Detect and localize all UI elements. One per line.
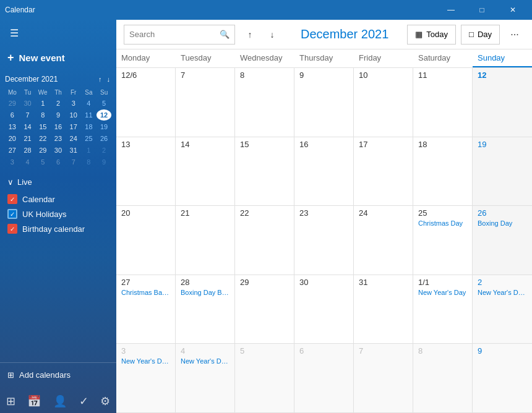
new-event-button[interactable]: + New event (0, 46, 116, 72)
mini-cal-day[interactable]: 4 (20, 156, 35, 168)
mini-cal-day[interactable]: 8 (35, 109, 50, 121)
view-button[interactable]: □ Day (461, 25, 500, 45)
search-input[interactable] (129, 30, 217, 39)
calendar-cell[interactable]: 3New Year's Day (Ob (116, 344, 176, 412)
mini-cal-prev[interactable]: ↑ (97, 74, 103, 84)
calendar-cell[interactable]: 9 (473, 344, 532, 412)
mini-cal-day[interactable]: 14 (20, 121, 35, 132)
event-chip[interactable]: New Year's Day (418, 288, 467, 297)
calendar-cell[interactable]: 12/6 (116, 68, 176, 137)
mini-cal-day[interactable]: 16 (51, 121, 66, 132)
mini-cal-day[interactable]: 9 (51, 109, 66, 121)
mini-cal-day[interactable]: 1 (82, 145, 97, 156)
mini-cal-day[interactable]: 29 (5, 98, 20, 109)
mini-cal-day[interactable]: 30 (51, 145, 66, 156)
event-chip[interactable]: New Year's Day (2n (478, 288, 527, 297)
mini-cal-day[interactable]: 28 (20, 145, 35, 156)
calendar-cell[interactable]: 21 (176, 206, 235, 275)
calendar-cell[interactable]: 2New Year's Day (2n (473, 275, 532, 344)
calendar-item[interactable]: ✓Calendar (7, 192, 109, 206)
calendar-cell[interactable]: 7 (354, 344, 413, 412)
calendar-cell[interactable]: 8 (413, 344, 473, 412)
prev-period-button[interactable]: ↑ (240, 25, 260, 45)
calendar-cell[interactable]: 31 (354, 275, 413, 344)
mini-cal-day[interactable]: 3 (5, 156, 20, 168)
mini-cal-day[interactable]: 25 (82, 133, 97, 144)
calendar-item[interactable]: ✓Birthday calendar (7, 221, 109, 236)
mini-cal-day[interactable]: 10 (66, 109, 81, 121)
mini-cal-day[interactable]: 7 (20, 109, 35, 121)
calendar-cell[interactable]: 18 (413, 137, 473, 206)
minimize-button[interactable]: — (437, 0, 465, 20)
calendar-cell[interactable]: 26Boxing Day (473, 206, 532, 275)
mini-cal-day[interactable]: 7 (66, 156, 81, 168)
mini-cal-day[interactable]: 11 (82, 109, 97, 121)
nav-tasks-icon[interactable]: ✓ (74, 392, 93, 411)
calendar-cell[interactable]: 15 (235, 137, 294, 206)
mini-cal-day[interactable]: 2 (97, 145, 111, 156)
calendar-cell[interactable]: 25Christmas Day (413, 206, 473, 275)
calendar-cell[interactable]: 27Christmas Bank Hol (116, 275, 176, 344)
nav-people-icon[interactable]: 👤 (48, 392, 72, 411)
mini-cal-day[interactable]: 3 (66, 98, 81, 109)
calendar-cell[interactable]: 23 (294, 206, 354, 275)
mini-cal-next[interactable]: ↓ (106, 74, 112, 84)
calendar-cell[interactable]: 5 (235, 344, 294, 412)
calendar-cell[interactable]: 11 (413, 68, 473, 137)
mini-cal-day[interactable]: 20 (5, 133, 20, 144)
more-options-button[interactable]: ··· (505, 25, 525, 45)
calendar-cell[interactable]: 9 (294, 68, 354, 137)
mini-cal-day[interactable]: 27 (5, 145, 20, 156)
mini-cal-day[interactable]: 17 (66, 121, 81, 132)
mini-cal-day[interactable]: 6 (51, 156, 66, 168)
mini-cal-day[interactable]: 15 (35, 121, 50, 132)
calendar-cell[interactable]: 20 (116, 206, 176, 275)
nav-calendar-icon[interactable]: 📅 (22, 392, 46, 411)
event-chip[interactable]: Christmas Day (418, 219, 467, 228)
calendar-cell[interactable]: 16 (294, 137, 354, 206)
mini-cal-day[interactable]: 6 (5, 109, 20, 121)
close-button[interactable]: ✕ (499, 0, 527, 20)
event-chip[interactable]: New Year's Day (2n (181, 357, 230, 365)
mini-cal-day[interactable]: 29 (35, 145, 50, 156)
mini-cal-day[interactable]: 1 (35, 98, 50, 109)
calendar-cell[interactable]: 1/1New Year's Day (413, 275, 473, 344)
mini-cal-day[interactable]: 5 (97, 98, 111, 109)
calendar-cell[interactable]: 4New Year's Day (2n (176, 344, 235, 412)
event-chip[interactable]: Christmas Bank Hol (121, 288, 170, 297)
calendar-cell[interactable]: 12 (473, 68, 532, 137)
event-chip[interactable]: Boxing Day Bank H (181, 288, 230, 297)
event-chip[interactable]: Boxing Day (478, 219, 527, 228)
mini-cal-day[interactable]: 2 (51, 98, 66, 109)
mini-cal-day[interactable]: 18 (82, 121, 97, 132)
nav-settings-icon[interactable]: ⚙ (95, 392, 115, 411)
maximize-button[interactable]: □ (468, 0, 496, 20)
mini-cal-day[interactable]: 26 (97, 133, 111, 144)
mini-cal-day[interactable]: 24 (66, 133, 81, 144)
next-period-button[interactable]: ↓ (262, 25, 282, 45)
calendar-cell[interactable]: 29 (235, 275, 294, 344)
search-box[interactable]: 🔍 (124, 25, 235, 45)
mini-cal-day[interactable]: 23 (51, 133, 66, 144)
calendar-cell[interactable]: 13 (116, 137, 176, 206)
live-section-header[interactable]: ∨ Live (7, 177, 109, 187)
mini-cal-day[interactable]: 30 (20, 98, 35, 109)
event-chip[interactable]: New Year's Day (Ob (121, 357, 170, 365)
calendar-cell[interactable]: 8 (235, 68, 294, 137)
mini-cal-day[interactable]: 8 (82, 156, 97, 168)
calendar-item[interactable]: ✓UK Holidays (7, 206, 109, 221)
calendar-cell[interactable]: 6 (294, 344, 354, 412)
mini-cal-day[interactable]: 9 (97, 156, 111, 168)
mini-cal-day[interactable]: 5 (35, 156, 50, 168)
today-button[interactable]: ▦ Today (407, 25, 456, 45)
calendar-cell[interactable]: 19 (473, 137, 532, 206)
calendar-cell[interactable]: 30 (294, 275, 354, 344)
calendar-cell[interactable]: 17 (354, 137, 413, 206)
nav-home-icon[interactable]: ⊞ (1, 392, 20, 411)
calendar-cell[interactable]: 24 (354, 206, 413, 275)
hamburger-button[interactable]: ☰ (7, 25, 109, 41)
calendar-cell[interactable]: 7 (176, 68, 235, 137)
mini-cal-day[interactable]: 22 (35, 133, 50, 144)
calendar-cell[interactable]: 14 (176, 137, 235, 206)
mini-cal-day[interactable]: 4 (82, 98, 97, 109)
